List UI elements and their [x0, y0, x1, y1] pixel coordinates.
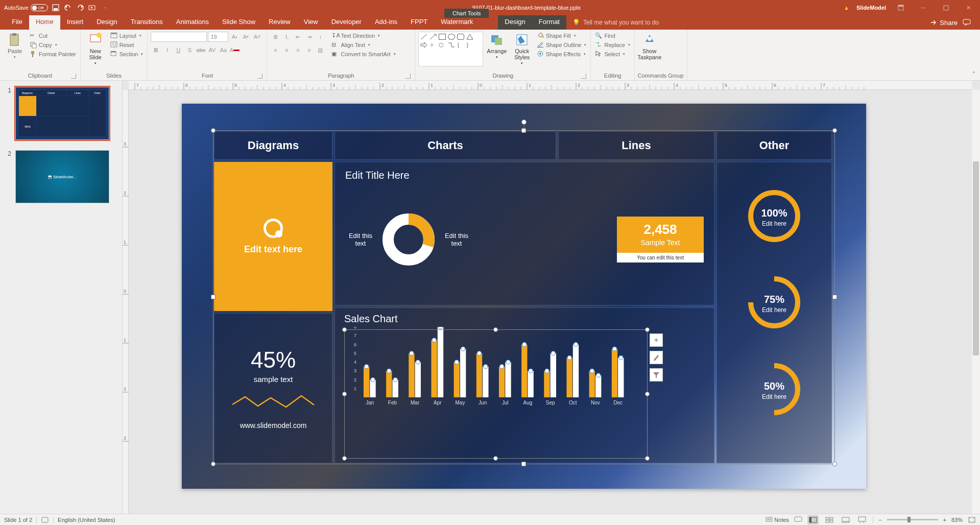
- zoom-slider[interactable]: [887, 519, 938, 520]
- resize-handle-l[interactable]: [211, 295, 216, 299]
- decrease-indent-button[interactable]: ⇤: [293, 32, 303, 42]
- copy-button[interactable]: Copy▾: [29, 41, 77, 49]
- tab-animations[interactable]: Animations: [170, 15, 216, 30]
- align-right-button[interactable]: ≡: [293, 45, 303, 55]
- cut-button[interactable]: ✂Cut: [29, 32, 77, 40]
- font-dialog-launcher[interactable]: [257, 74, 262, 79]
- convert-smartart-button[interactable]: ▣Convert to SmartArt▾: [330, 50, 396, 58]
- vertical-scroll-thumb[interactable]: [973, 161, 979, 355]
- shape-outline-button[interactable]: Shape Outline▾: [536, 41, 588, 49]
- start-from-beginning-icon[interactable]: [88, 3, 97, 12]
- tab-view[interactable]: View: [297, 15, 325, 30]
- resize-handle-t[interactable]: [521, 128, 526, 133]
- tab-chart-design[interactable]: Design: [498, 15, 532, 30]
- align-center-button[interactable]: ≡: [281, 45, 292, 55]
- vertical-scrollbar[interactable]: [972, 90, 980, 514]
- shape-brace-left-icon[interactable]: {: [457, 42, 464, 48]
- tab-fppt[interactable]: FPPT: [404, 15, 434, 30]
- increase-indent-button[interactable]: ⇥: [304, 32, 314, 42]
- quick-styles-button[interactable]: Quick Styles▾: [511, 32, 534, 66]
- tab-home[interactable]: Home: [29, 15, 60, 30]
- grow-font-button[interactable]: A▴: [229, 32, 240, 42]
- tab-file[interactable]: File: [5, 15, 29, 30]
- qat-more-icon[interactable]: [100, 3, 109, 12]
- shape-oval-icon[interactable]: [448, 34, 455, 40]
- tab-chart-format[interactable]: Format: [532, 15, 566, 30]
- font-color-button[interactable]: A: [229, 45, 240, 55]
- clear-formatting-button[interactable]: A∅: [252, 32, 262, 42]
- slide-thumbnail-1[interactable]: Diagrams Charts Lines Other 45%: [15, 87, 109, 140]
- comments-status-icon[interactable]: [794, 516, 802, 523]
- reading-view-button[interactable]: [840, 515, 851, 524]
- save-icon[interactable]: [51, 3, 60, 12]
- select-button[interactable]: Select▾: [594, 50, 631, 58]
- character-spacing-button[interactable]: AV: [207, 45, 217, 55]
- zoom-level[interactable]: 83%: [951, 517, 963, 523]
- shape-rect-icon[interactable]: [439, 34, 446, 40]
- shadow-button[interactable]: S: [184, 45, 195, 55]
- fit-to-window-button[interactable]: [968, 516, 976, 523]
- new-slide-button[interactable]: New Slide ▾: [84, 32, 107, 66]
- spellcheck-icon[interactable]: [41, 516, 49, 523]
- zoom-in-button[interactable]: +: [943, 517, 946, 523]
- tab-insert[interactable]: Insert: [60, 15, 90, 30]
- outer-selection-box[interactable]: [213, 130, 835, 464]
- tab-slideshow[interactable]: Slide Show: [216, 15, 262, 30]
- rotation-handle[interactable]: [521, 120, 527, 125]
- maximize-icon[interactable]: [938, 2, 953, 14]
- slide[interactable]: Diagrams Charts Lines Other Edit text he…: [182, 104, 866, 489]
- slide-canvas-area[interactable]: Diagrams Charts Lines Other Edit text he…: [123, 81, 980, 514]
- normal-view-button[interactable]: [807, 515, 819, 524]
- shape-star-icon[interactable]: ✧: [429, 42, 437, 48]
- resize-handle-br[interactable]: [832, 462, 837, 466]
- change-case-button[interactable]: Aa: [218, 45, 228, 55]
- drawing-dialog-launcher[interactable]: [581, 74, 586, 79]
- tab-developer[interactable]: Developer: [325, 15, 368, 30]
- shapes-gallery[interactable]: ✧ ⬡ { }: [418, 32, 483, 66]
- reset-button[interactable]: Reset: [109, 41, 145, 49]
- shape-arrow-icon[interactable]: [429, 34, 437, 40]
- replace-button[interactable]: Replace▾: [594, 41, 631, 49]
- underline-button[interactable]: U: [173, 45, 183, 55]
- find-button[interactable]: 🔍Find: [594, 32, 631, 40]
- paste-button[interactable]: Paste ▾: [3, 32, 27, 60]
- slide-counter[interactable]: Slide 1 of 2: [4, 517, 32, 523]
- shape-fill-button[interactable]: Shape Fill▾: [536, 32, 588, 40]
- line-spacing-button[interactable]: ↕: [315, 32, 325, 42]
- language-indicator[interactable]: English (United States): [58, 517, 115, 523]
- align-left-button[interactable]: ≡: [270, 45, 280, 55]
- resize-handle-r[interactable]: [832, 295, 837, 299]
- slideshow-view-button[interactable]: [856, 515, 868, 524]
- tab-transitions[interactable]: Transitions: [124, 15, 170, 30]
- align-text-button[interactable]: ⊟Align Text▾: [330, 41, 396, 49]
- numbering-button[interactable]: ⒈: [281, 32, 292, 42]
- ribbon-display-options-icon[interactable]: [893, 2, 909, 14]
- shape-triangle-icon[interactable]: [466, 34, 473, 40]
- zoom-slider-thumb[interactable]: [907, 517, 911, 522]
- clipboard-dialog-launcher[interactable]: [71, 74, 76, 79]
- zoom-out-button[interactable]: −: [878, 517, 881, 523]
- columns-button[interactable]: ▥: [315, 45, 325, 55]
- shape-hexagon-icon[interactable]: ⬡: [439, 42, 446, 48]
- shrink-font-button[interactable]: A▾: [241, 32, 251, 42]
- resize-handle-b[interactable]: [521, 462, 526, 466]
- redo-icon[interactable]: [76, 3, 85, 12]
- font-size-combo[interactable]: 19: [208, 32, 228, 42]
- resize-handle-tr[interactable]: [832, 128, 837, 133]
- show-taskpane-button[interactable]: Show Taskpane: [638, 32, 661, 61]
- bullets-button[interactable]: ≣: [270, 32, 280, 42]
- strikethrough-button[interactable]: abc: [196, 45, 206, 55]
- undo-icon[interactable]: [63, 3, 73, 12]
- close-icon[interactable]: ✕: [961, 2, 976, 14]
- collapse-ribbon-icon[interactable]: ˄: [970, 70, 978, 78]
- tab-review[interactable]: Review: [262, 15, 297, 30]
- slide-thumbnail-2[interactable]: ⬒ SlideModel...: [15, 150, 109, 203]
- text-direction-button[interactable]: ↧AText Direction▾: [330, 32, 396, 40]
- resize-handle-tl[interactable]: [211, 128, 216, 133]
- comments-icon[interactable]: [963, 19, 971, 26]
- layout-button[interactable]: Layout▾: [109, 32, 145, 40]
- shape-right-arrow-icon[interactable]: [420, 42, 427, 48]
- paragraph-dialog-launcher[interactable]: [405, 74, 411, 79]
- bold-button[interactable]: B: [151, 45, 161, 55]
- arrange-button[interactable]: Arrange▾: [485, 32, 509, 60]
